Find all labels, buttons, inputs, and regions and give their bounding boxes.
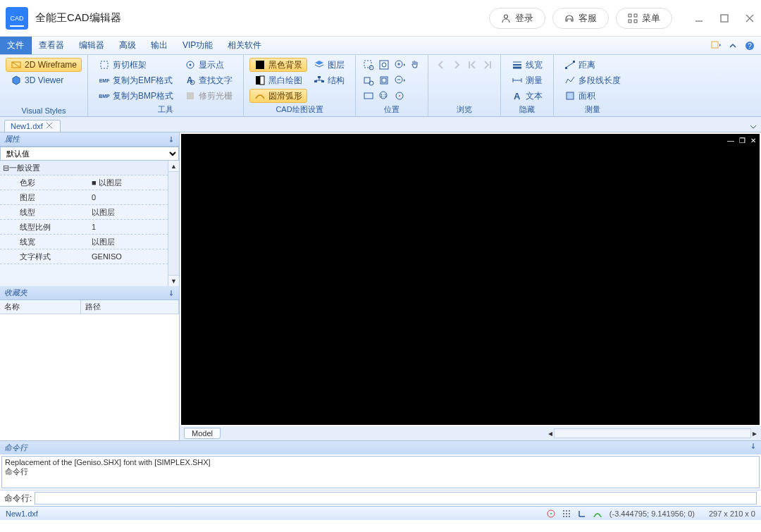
struct-button[interactable]: 结构 <box>309 73 349 87</box>
svg-line-55 <box>566 62 574 68</box>
ribbon-group-measure: 距离 多段线长度 面积 测量 <box>554 55 631 116</box>
zoom-window-icon[interactable] <box>361 58 376 72</box>
bw-draw-button[interactable]: 黑白绘图 <box>249 73 307 87</box>
svg-rect-23 <box>318 76 321 78</box>
menu-viewer[interactable]: 查看器 <box>32 37 72 54</box>
zoom-in-icon[interactable] <box>392 58 407 72</box>
smooth-arc-button[interactable]: 圆滑弧形 <box>249 89 307 103</box>
document-tab[interactable]: New1.dxf <box>4 120 61 132</box>
menu-advanced[interactable]: 高级 <box>112 37 144 54</box>
distance-button[interactable]: 距离 <box>559 58 626 72</box>
favorites-col-path[interactable]: 路径 <box>81 300 179 314</box>
status-grid-icon[interactable] <box>562 509 571 519</box>
collapse-ribbon-icon[interactable] <box>727 40 738 51</box>
find-text-button[interactable]: A查找文字 <box>180 73 237 87</box>
pin-icon[interactable] <box>750 443 757 453</box>
zoom-center-icon[interactable] <box>392 89 407 103</box>
hscroll-left-icon[interactable]: ◂ <box>548 428 552 438</box>
model-tab[interactable]: Model <box>184 428 221 439</box>
lineweight-button[interactable]: 线宽 <box>507 58 547 72</box>
svg-point-31 <box>382 63 386 67</box>
canvas-minimize-icon[interactable]: — <box>726 135 736 145</box>
canvas-close-icon[interactable]: ✕ <box>748 135 758 145</box>
property-row[interactable]: 线宽以图层 <box>0 235 179 249</box>
zoom-scale-icon[interactable]: 1:1 <box>377 89 391 103</box>
properties-dropdown[interactable]: 默认值 <box>0 147 179 161</box>
black-bg-button[interactable]: 黑色背景 <box>249 58 307 72</box>
status-snap-icon[interactable] <box>546 509 556 519</box>
zoom-out-icon[interactable] <box>392 73 407 87</box>
tab-dropdown-icon[interactable] <box>748 122 758 132</box>
property-row[interactable]: 文字样式GENISO <box>0 249 179 264</box>
show-point-button[interactable]: 显示点 <box>180 58 237 72</box>
close-button[interactable] <box>744 13 755 24</box>
nav-last-icon[interactable] <box>481 58 495 72</box>
favorites-columns: 名称 路径 <box>0 300 179 314</box>
zoom-extents-icon[interactable] <box>377 58 391 72</box>
pin-icon[interactable] <box>168 290 175 297</box>
nav-forward-icon[interactable] <box>450 58 464 72</box>
area-icon <box>564 90 576 101</box>
svg-point-68 <box>569 513 570 514</box>
canvas-restore-icon[interactable]: ❐ <box>737 135 747 145</box>
ribbon-label-tools: 工具 <box>94 103 237 116</box>
property-row[interactable]: 线型以图层 <box>0 205 179 220</box>
hscroll-track[interactable] <box>554 428 751 438</box>
svg-point-67 <box>566 513 567 514</box>
properties-scrollbar[interactable]: ▲ ▼ <box>168 161 179 286</box>
properties-group[interactable]: ⊟ 一般设置 <box>0 161 179 175</box>
svg-rect-21 <box>256 76 260 85</box>
polyline-button[interactable]: 多段线长度 <box>559 73 626 87</box>
wireframe-button[interactable]: 2D Wireframe <box>6 58 82 72</box>
help-icon[interactable]: ? <box>744 40 755 51</box>
text-button[interactable]: A文本 <box>507 89 547 103</box>
menu-file[interactable]: 文件 <box>0 37 32 54</box>
copy-emf-button[interactable]: EMF复制为EMF格式 <box>94 73 178 87</box>
scroll-down-icon[interactable]: ▼ <box>168 275 179 286</box>
menu-output[interactable]: 输出 <box>144 37 175 54</box>
close-tab-icon[interactable] <box>46 122 54 130</box>
measure-button[interactable]: 测量 <box>507 73 547 87</box>
pan-icon[interactable] <box>408 58 422 72</box>
status-filename: New1.dxf <box>6 509 38 518</box>
area-button[interactable]: 面积 <box>559 89 626 103</box>
maximize-button[interactable] <box>719 13 730 24</box>
scroll-up-icon[interactable]: ▲ <box>168 161 179 172</box>
lineweight-icon <box>512 59 523 70</box>
svg-point-70 <box>566 516 567 517</box>
cut-frame-button[interactable]: 剪切框架 <box>94 58 178 72</box>
zoom-all-icon[interactable] <box>361 89 376 103</box>
nav-back-icon[interactable] <box>434 58 448 72</box>
layer-button[interactable]: 图层 <box>309 58 349 72</box>
favorites-col-name[interactable]: 名称 <box>0 300 81 314</box>
command-input[interactable] <box>35 492 757 505</box>
hscroll-right-icon[interactable]: ▸ <box>753 428 757 438</box>
nav-first-icon[interactable] <box>465 58 479 72</box>
property-row[interactable]: 线型比例1 <box>0 220 179 235</box>
smootharc-icon <box>254 90 266 101</box>
zoom-previous-icon[interactable] <box>377 73 391 87</box>
ribbon-group-position: 1:1 位置 <box>356 55 428 116</box>
svg-rect-6 <box>721 15 728 22</box>
status-ortho-icon[interactable] <box>577 509 587 519</box>
command-header: 命令行 <box>0 441 761 454</box>
menu-editor[interactable]: 编辑器 <box>72 37 112 54</box>
menu-vip[interactable]: VIP功能 <box>175 37 221 54</box>
svg-rect-58 <box>567 92 574 99</box>
property-row[interactable]: 色彩■ 以图层 <box>0 175 179 190</box>
layer-icon <box>314 59 325 70</box>
login-button[interactable]: 登录 <box>489 8 545 29</box>
menu-button[interactable]: 菜单 <box>616 8 672 29</box>
trim-raster-button[interactable]: 修剪光栅 <box>180 89 237 103</box>
pin-icon[interactable] <box>168 136 175 143</box>
drawing-canvas[interactable]: — ❐ ✕ <box>181 134 760 425</box>
menu-related[interactable]: 相关软件 <box>221 37 269 54</box>
service-button[interactable]: 客服 <box>552 8 609 29</box>
property-row[interactable]: 图层0 <box>0 190 179 205</box>
viewer3d-button[interactable]: 3D Viewer <box>6 73 82 87</box>
minimize-button[interactable] <box>693 13 705 24</box>
copy-bmp-button[interactable]: BMP复制为BMP格式 <box>94 89 178 103</box>
status-polar-icon[interactable] <box>593 509 602 519</box>
edit-dropdown-icon[interactable] <box>710 40 722 51</box>
zoom-realtime-icon[interactable] <box>361 73 376 87</box>
